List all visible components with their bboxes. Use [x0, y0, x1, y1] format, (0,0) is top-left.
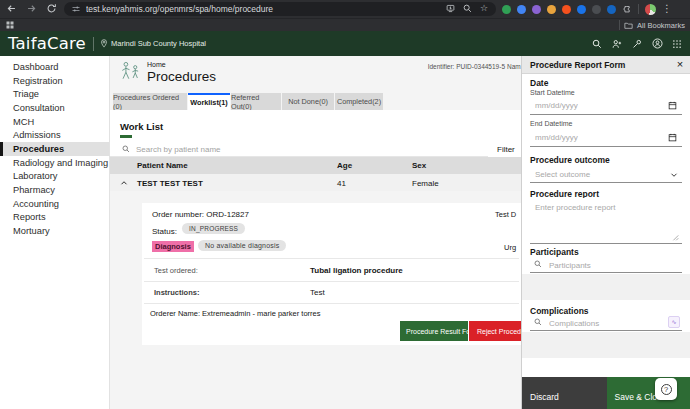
install-app-icon[interactable] [446, 4, 455, 13]
complications-search: ∿ [530, 314, 682, 331]
sidebar-item-dashboard[interactable]: Dashboard [0, 60, 109, 74]
sidebar-item-admissions[interactable]: Admissions [0, 128, 109, 142]
participants-empty-list [522, 274, 690, 300]
discard-button[interactable]: Discard [522, 377, 607, 409]
extension-icon[interactable] [592, 5, 601, 14]
sidebar-item-pharmacy[interactable]: Pharmacy [0, 183, 109, 197]
sidebar-item-procedures[interactable]: Procedures [0, 142, 109, 156]
cell-sex: Female [412, 179, 439, 188]
reload-icon[interactable] [46, 3, 58, 15]
browser-menu-icon[interactable]: ⋮ [662, 3, 672, 15]
chevron-up-icon[interactable] [120, 179, 128, 187]
orderer-name: Orderer Name: Extremeadmin - marie parke… [150, 309, 320, 318]
brand-logo[interactable]: TaifaCare [8, 34, 86, 53]
bookmark-favicon-grid[interactable] [6, 21, 14, 29]
procedure-report-textarea[interactable] [530, 198, 682, 244]
puzzle-extensions-icon[interactable] [622, 4, 632, 14]
sidebar-item-laboratory[interactable]: Laboratory [0, 170, 109, 184]
main-content: Home Procedures Identifier: PUID-0344519… [110, 56, 521, 409]
procedure-result-form-button[interactable]: Procedure Result Form [400, 321, 468, 341]
sidebar-item-triage[interactable]: Triage [0, 87, 109, 101]
screen: test.kenyahmis.org/openmrs/spa/home/proc… [0, 0, 690, 409]
back-icon[interactable] [6, 3, 18, 15]
all-bookmarks-label[interactable]: All Bookmarks [637, 21, 685, 30]
extension-icon[interactable] [562, 5, 571, 14]
filter-dropdown[interactable]: Filter [497, 145, 515, 154]
tab-procedures-ordered-0[interactable]: Procedures Ordered (0) [113, 93, 187, 110]
sidebar-item-radiology-and-imaging[interactable]: Radiology and Imaging [0, 156, 109, 170]
patient-search [110, 141, 488, 157]
sidebar-item-registration[interactable]: Registration [0, 74, 109, 88]
search-icon [534, 318, 542, 326]
forward-icon[interactable] [26, 3, 38, 15]
extension-icon[interactable] [517, 5, 526, 14]
table-row[interactable]: TEST TEST TEST 41 Female [110, 174, 521, 191]
save-close-button[interactable]: Save & Close [607, 377, 690, 409]
calendar-icon[interactable] [668, 133, 677, 142]
outcome-select[interactable]: Select outcome [530, 165, 682, 183]
url-text: test.kenyahmis.org/openmrs/spa/home/proc… [86, 4, 446, 14]
sidebar-nav: DashboardRegistrationTriageConsultationM… [0, 56, 110, 409]
column-age: Age [337, 161, 352, 170]
folder-icon [624, 21, 633, 30]
calendar-icon[interactable] [668, 101, 677, 110]
location-label: Marindi Sub County Hospital [111, 39, 206, 48]
extension-icon[interactable] [577, 5, 586, 14]
address-bar[interactable]: test.kenyahmis.org/openmrs/spa/home/proc… [64, 2, 496, 16]
start-datetime-input[interactable] [530, 97, 682, 115]
extensions-tray: ⋮ [502, 3, 688, 15]
complications-search-input[interactable] [547, 314, 669, 332]
location-button[interactable]: Marindi Sub County Hospital [100, 39, 206, 48]
column-sex: Sex [412, 161, 426, 170]
panel-header: Procedure Report Form × [522, 56, 690, 74]
reject-procedure-button[interactable]: Reject Procedure [469, 321, 521, 341]
tab-completed-2[interactable]: Completed(2) [335, 93, 383, 110]
tab-not-done-0[interactable]: Not Done(0) [282, 93, 334, 110]
chevron-down-icon [670, 171, 678, 179]
end-datetime-input[interactable] [530, 129, 682, 147]
close-icon[interactable]: × [673, 57, 687, 71]
sidebar-item-reports[interactable]: Reports [0, 211, 109, 225]
sidebar-item-consultation[interactable]: Consultation [0, 101, 109, 115]
instructions-value: Test [310, 288, 325, 297]
search-icon [534, 260, 542, 268]
status-badge: IN_PROGRESS [182, 223, 245, 234]
diagnosis-value-badge: No available diagnosis [198, 240, 286, 251]
procedure-report-panel: Procedure Report Form × Date Start Datet… [521, 56, 690, 409]
patient-search-input[interactable] [134, 141, 478, 158]
sidebar-item-mch[interactable]: MCH [0, 115, 109, 129]
test-ordered-label: Test ordered: [154, 266, 198, 275]
sidebar-item-mortuary[interactable]: Mortuary [0, 224, 109, 238]
tabs-bar: Procedures Ordered (0)Worklist(1)Referre… [113, 93, 384, 110]
question-mark-icon: ? [661, 384, 672, 395]
location-pin-icon [100, 39, 108, 48]
extension-icon[interactable] [547, 5, 556, 14]
app-switcher-icon[interactable] [667, 34, 687, 54]
resize-grip-icon[interactable] [672, 234, 679, 241]
user-avatar-icon[interactable] [647, 34, 667, 54]
detail-row-instructions: Instructions: Test [144, 281, 519, 304]
tools-icon[interactable] [627, 34, 647, 54]
sidebar-item-accounting[interactable]: Accounting [0, 197, 109, 211]
extension-icon[interactable] [532, 5, 541, 14]
search-icon[interactable] [587, 34, 607, 54]
app-header: TaifaCare Marindi Sub County Hospital [0, 31, 690, 56]
order-number-value: ORD-12827 [206, 210, 249, 219]
tab-referred-out-0[interactable]: Referred Out(0) [231, 93, 281, 110]
browser-toolbar: test.kenyahmis.org/openmrs/spa/home/proc… [0, 0, 690, 18]
site-info-icon[interactable] [72, 5, 80, 13]
help-button[interactable]: ? [655, 378, 677, 400]
add-user-icon[interactable] [607, 34, 627, 54]
extension-icon[interactable] [502, 5, 511, 14]
participants-search-input[interactable] [547, 256, 669, 274]
tab-worklist-1[interactable]: Worklist(1) [188, 93, 230, 110]
patient-identifier: Identifier: PUID-0344519-5 [360, 63, 505, 70]
browser-profile-avatar[interactable] [645, 4, 656, 15]
extension-icon[interactable] [607, 5, 616, 14]
search-address-icon[interactable] [463, 4, 472, 13]
instructions-label: Instructions: [154, 288, 199, 297]
cell-patient-name: TEST TEST TEST [137, 179, 203, 188]
end-datetime-label: End Datetime [530, 120, 572, 127]
breadcrumb[interactable]: Home [147, 61, 166, 68]
bookmark-star-icon[interactable]: ☆ [480, 4, 488, 13]
